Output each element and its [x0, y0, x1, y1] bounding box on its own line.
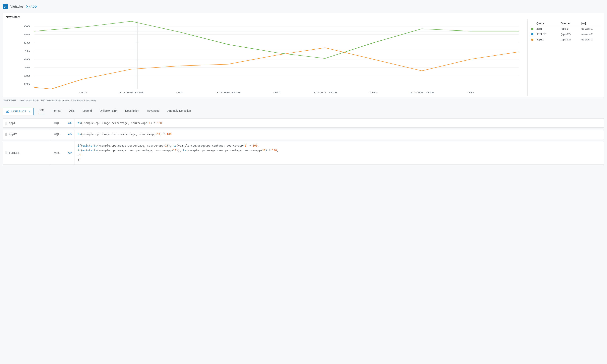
add-variable-label: ADD [31, 5, 37, 8]
chart-title: New Chart [6, 15, 601, 18]
query-list: app1 WQL </> ts(~sample.cpu.usage.percen… [3, 118, 604, 165]
horizontal-scale-label: Horizontal Scale: 300 point buckets acro… [21, 99, 96, 102]
legend-row[interactable]: app1 (app-1) us-west-1 [530, 26, 601, 31]
add-variable-button[interactable]: + ADD [26, 5, 37, 8]
svg-text:55: 55 [24, 33, 30, 36]
query-row: IF/ELSE WQL </> if(exists(ts(~sample.cpu… [3, 141, 604, 165]
code-editor-toggle[interactable]: </> [68, 151, 72, 154]
legend-source: (app-12) [561, 33, 580, 36]
legend-swatch [531, 28, 533, 30]
svg-text::30: :30 [369, 91, 377, 94]
legend-query-name: app1 [537, 27, 559, 30]
drag-handle-icon[interactable] [5, 152, 7, 154]
drag-handle-icon[interactable] [5, 133, 7, 136]
legend-source: (app-1) [561, 27, 580, 30]
code-editor-toggle[interactable]: </> [68, 133, 72, 136]
chart-panel: New Chart 2530354045505560:3012:55 PM:30… [3, 13, 604, 97]
svg-text:12:57 PM: 12:57 PM [313, 91, 337, 94]
query-row: app12 WQL </> ts(~sample.cpu.usage.user.… [3, 130, 604, 139]
plot-type-label: LINE PLOT [11, 110, 26, 113]
query-lang-cell: WQL </> [51, 141, 75, 165]
plus-icon: + [26, 5, 29, 8]
query-name-cell[interactable]: IF/ELSE [3, 141, 51, 165]
svg-text:35: 35 [24, 66, 30, 69]
query-lang-cell: WQL </> [51, 119, 75, 128]
tab-format[interactable]: Format [53, 109, 61, 114]
query-expression[interactable]: ts(~sample.cpu.usage.percentage, source=… [75, 119, 604, 128]
svg-text:60: 60 [24, 25, 30, 28]
config-tabs: DataFormatAxisLegendDrilldown LinkDescri… [39, 108, 191, 114]
chart-canvas[interactable]: 2530354045505560:3012:55 PM:3012:56 PM:3… [6, 19, 524, 96]
legend-az: us-west-2 [581, 33, 600, 36]
legend-header-source: Source [561, 22, 580, 25]
svg-text:40: 40 [24, 58, 30, 61]
legend-swatch [531, 33, 533, 35]
legend-header-query: Query [537, 22, 559, 25]
plot-type-selector[interactable]: LINE PLOT [3, 108, 34, 115]
svg-text:30: 30 [24, 75, 30, 77]
tab-data[interactable]: Data [39, 108, 44, 114]
legend-az: us-west-1 [581, 27, 600, 30]
chart-footer: AVERAGE | Horizontal Scale: 300 point bu… [3, 97, 604, 103]
variables-label: Variables [10, 5, 24, 8]
legend-header: Query Source [az] [530, 21, 601, 26]
code-editor-toggle[interactable]: </> [68, 121, 72, 125]
query-name-label: app12 [9, 133, 17, 136]
svg-text::30: :30 [273, 91, 280, 94]
legend-header-az: [az] [581, 22, 600, 25]
legend-swatch [531, 39, 533, 41]
tab-drilldown-link[interactable]: Drilldown Link [100, 109, 117, 114]
pencil-icon [4, 5, 7, 8]
query-name-cell[interactable]: app12 [3, 130, 51, 139]
drag-handle-icon[interactable] [5, 122, 7, 124]
legend-row[interactable]: IF/ELSE (app-12) us-west-2 [530, 31, 601, 37]
query-lang-label: WQL [54, 151, 60, 154]
legend-query-name: app12 [537, 38, 559, 41]
variables-bar: Variables + ADD [3, 2, 604, 13]
tab-advanced[interactable]: Advanced [147, 109, 159, 114]
svg-text::30: :30 [79, 91, 87, 94]
svg-text:50: 50 [24, 42, 30, 44]
chart-legend: Query Source [az] app1 (app-1) us-west-1… [527, 19, 601, 96]
tab-anomaly-detection[interactable]: Anomaly Detection [167, 109, 191, 114]
query-name-label: app1 [9, 121, 15, 125]
query-row: app1 WQL </> ts(~sample.cpu.usage.percen… [3, 118, 604, 128]
edit-dashboard-button[interactable] [3, 4, 8, 9]
legend-source: (app-12) [561, 38, 580, 41]
query-expression[interactable]: ts(~sample.cpu.usage.user.percentage, so… [75, 130, 604, 139]
svg-text::30: :30 [466, 91, 474, 94]
tab-axis[interactable]: Axis [69, 109, 74, 114]
query-lang-label: WQL [54, 122, 60, 124]
svg-text:12:55 PM: 12:55 PM [119, 91, 143, 94]
svg-text::30: :30 [176, 91, 184, 94]
query-name-label: IF/ELSE [9, 151, 19, 154]
legend-az: us-west-2 [581, 38, 600, 41]
line-chart-icon [6, 110, 9, 113]
tab-description[interactable]: Description [125, 109, 139, 114]
svg-text:45: 45 [24, 50, 30, 52]
svg-text:12:56 PM: 12:56 PM [216, 91, 240, 94]
chart-config-tabs-row: LINE PLOT DataFormatAxisLegendDrilldown … [3, 108, 604, 115]
legend-row[interactable]: app12 (app-12) us-west-2 [530, 37, 601, 42]
query-name-cell[interactable]: app1 [3, 119, 51, 128]
legend-query-name: IF/ELSE [537, 33, 559, 36]
query-lang-cell: WQL </> [51, 130, 75, 139]
query-expression[interactable]: if(exists(ts(~sample.cpu.usage.percentag… [75, 141, 604, 165]
chevron-down-icon [28, 110, 31, 113]
query-lang-label: WQL [54, 133, 60, 136]
aggregation-label: AVERAGE [4, 99, 16, 102]
svg-text:12:58 PM: 12:58 PM [410, 91, 434, 94]
svg-text:25: 25 [24, 83, 30, 85]
tab-legend[interactable]: Legend [83, 109, 92, 114]
